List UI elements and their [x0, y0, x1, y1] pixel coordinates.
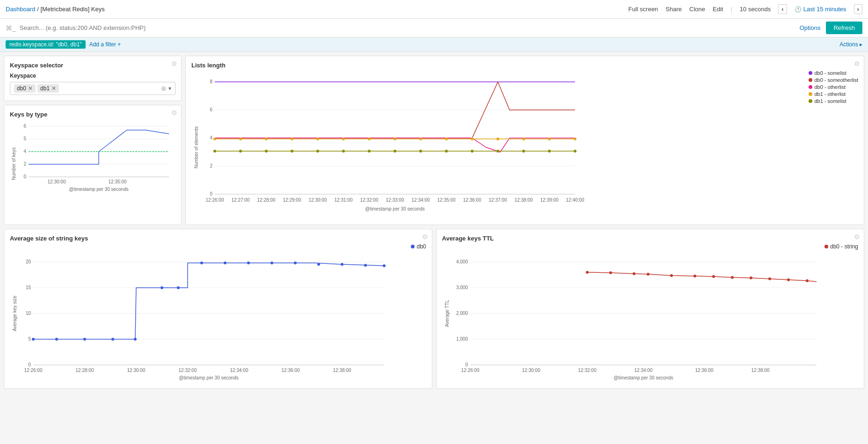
share-btn[interactable]: Share — [665, 6, 682, 13]
avg-size-title: Average size of string keys — [10, 235, 426, 242]
avg-ttl-svg: Average TTL 4,000 3,000 2,000 1,000 0 — [442, 246, 845, 381]
svg-point-58 — [213, 150, 216, 153]
svg-text:5: 5 — [28, 336, 31, 342]
keyspace-tag-db0[interactable]: db0 ✕ — [14, 84, 36, 93]
svg-text:2: 2 — [23, 161, 26, 167]
lists-length-panel: Lists length ⚙ db0 - somelist db0 - some… — [185, 56, 864, 225]
filter-tag-keyspace[interactable]: redis.keyspace.id: "db0, db1" — [6, 40, 86, 49]
nav-actions: Full screen Share Clone Edit | 10 second… — [628, 4, 862, 14]
clone-btn[interactable]: Clone — [689, 6, 705, 13]
edit-btn[interactable]: Edit — [713, 6, 723, 13]
svg-text:12:38:00: 12:38:00 — [751, 368, 769, 373]
add-filter-btn[interactable]: Add a filter + — [89, 41, 121, 48]
svg-point-64 — [368, 150, 371, 153]
filter-bar: redis.keyspace.id: "db0, db1" Add a filt… — [0, 37, 868, 52]
svg-point-53 — [471, 138, 474, 140]
main-content: Keyspace selector Keyspace db0 ✕ db1 ✕ ⊗… — [0, 52, 868, 393]
svg-text:12:38:00: 12:38:00 — [515, 197, 533, 203]
pipe-divider: | — [730, 6, 732, 13]
keys-by-type-chart: Number of keys 6 5 4 2 0 — [10, 122, 175, 198]
svg-point-104 — [294, 262, 297, 264]
svg-text:2,000: 2,000 — [456, 311, 467, 316]
actions-btn[interactable]: Actions ▸ — [839, 41, 862, 48]
avg-ttl-gear-icon[interactable]: ⚙ — [854, 233, 860, 240]
svg-point-133 — [693, 275, 696, 277]
svg-point-132 — [670, 274, 673, 277]
keyspace-panel-title: Keyspace selector — [10, 62, 175, 69]
svg-point-106 — [341, 263, 343, 266]
svg-text:12:27:00: 12:27:00 — [232, 197, 250, 203]
svg-point-65 — [394, 150, 396, 153]
svg-point-51 — [419, 138, 422, 140]
svg-point-43 — [213, 138, 216, 140]
keyspace-select[interactable]: db0 ✕ db1 ✕ ⊗ ▾ — [10, 82, 175, 95]
keyspace-tag-db1[interactable]: db1 ✕ — [37, 84, 59, 93]
svg-point-49 — [368, 138, 371, 140]
svg-point-66 — [419, 150, 422, 153]
svg-point-130 — [633, 272, 635, 275]
lists-length-title: Lists length — [191, 62, 858, 69]
lists-length-svg: Number of elements 8 6 4 2 0 — [191, 73, 622, 218]
svg-text:6: 6 — [210, 107, 212, 112]
avg-size-svg: Average key size 20 15 10 5 0 — [10, 246, 412, 381]
top-row: Keyspace selector Keyspace db0 ✕ db1 ✕ ⊗… — [4, 56, 864, 225]
svg-text:@timestamp per 30 seconds: @timestamp per 30 seconds — [179, 375, 238, 380]
svg-point-55 — [522, 138, 525, 140]
svg-text:12:26:00: 12:26:00 — [24, 368, 43, 373]
remove-db1-btn[interactable]: ✕ — [51, 85, 56, 92]
svg-text:12:40:00: 12:40:00 — [566, 197, 584, 203]
svg-text:12:26:00: 12:26:00 — [461, 368, 479, 373]
time-range-selector[interactable]: 🕐 Last 15 minutes — [795, 6, 846, 13]
options-button[interactable]: Options — [800, 24, 821, 31]
svg-point-135 — [731, 276, 734, 279]
svg-text:@timestamp per 30 seconds: @timestamp per 30 seconds — [613, 375, 673, 380]
dropdown-btn[interactable]: ▾ — [168, 85, 171, 92]
svg-text:12:36:00: 12:36:00 — [463, 197, 481, 203]
svg-text:12:37:00: 12:37:00 — [489, 197, 507, 203]
svg-text:@timestamp per 30 seconds: @timestamp per 30 seconds — [69, 187, 128, 192]
svg-text:12:28:00: 12:28:00 — [76, 368, 94, 373]
auto-refresh-label[interactable]: 10 seconds — [740, 6, 771, 13]
time-prev-btn[interactable]: ‹ — [778, 4, 787, 14]
svg-point-45 — [265, 138, 268, 140]
terminal-icon: ⌘_ — [6, 24, 16, 32]
search-input[interactable] — [20, 24, 207, 31]
svg-text:0: 0 — [465, 362, 468, 367]
svg-text:12:31:00: 12:31:00 — [335, 197, 353, 203]
svg-text:12:34:00: 12:34:00 — [412, 197, 430, 203]
svg-text:12:38:00: 12:38:00 — [333, 368, 351, 373]
time-range-label: Last 15 minutes — [803, 6, 846, 13]
avg-ttl-chart: Average TTL 4,000 3,000 2,000 1,000 0 — [442, 246, 859, 383]
svg-text:12:36:00: 12:36:00 — [695, 368, 713, 373]
svg-text:Average TTL: Average TTL — [445, 300, 450, 327]
refresh-button[interactable]: Refresh — [826, 22, 862, 34]
svg-point-47 — [316, 138, 319, 140]
svg-text:4: 4 — [210, 135, 212, 140]
breadcrumb-link[interactable]: Dashboard — [6, 6, 36, 13]
svg-point-56 — [548, 138, 551, 140]
clear-select-btn[interactable]: ⊗ — [161, 85, 167, 92]
keys-by-type-svg: Number of keys 6 5 4 2 0 — [10, 122, 171, 197]
svg-text:12:34:00: 12:34:00 — [230, 368, 248, 373]
fullscreen-btn[interactable]: Full screen — [628, 6, 658, 13]
time-next-btn[interactable]: › — [854, 4, 862, 14]
avg-size-gear-icon[interactable]: ⚙ — [422, 233, 428, 240]
svg-point-99 — [177, 286, 180, 289]
keys-by-type-gear-icon[interactable]: ⚙ — [171, 109, 177, 116]
svg-point-71 — [548, 150, 551, 153]
lists-length-gear-icon[interactable]: ⚙ — [854, 60, 860, 67]
svg-point-48 — [342, 138, 345, 140]
svg-text:2: 2 — [210, 163, 212, 168]
svg-point-136 — [750, 277, 752, 279]
svg-point-62 — [316, 150, 319, 153]
keyspace-gear-icon[interactable]: ⚙ — [171, 60, 177, 67]
svg-point-50 — [394, 138, 396, 140]
svg-point-137 — [768, 277, 771, 280]
svg-point-70 — [522, 150, 525, 153]
remove-db0-btn[interactable]: ✕ — [28, 85, 33, 92]
avg-size-panel: Average size of string keys ⚙ db0 Averag… — [4, 229, 432, 389]
svg-text:@timestamp per 30 seconds: @timestamp per 30 seconds — [365, 206, 424, 211]
bottom-row: Average size of string keys ⚙ db0 Averag… — [4, 229, 864, 389]
svg-text:12:35:00: 12:35:00 — [109, 179, 127, 184]
svg-text:12:36:00: 12:36:00 — [282, 368, 300, 373]
